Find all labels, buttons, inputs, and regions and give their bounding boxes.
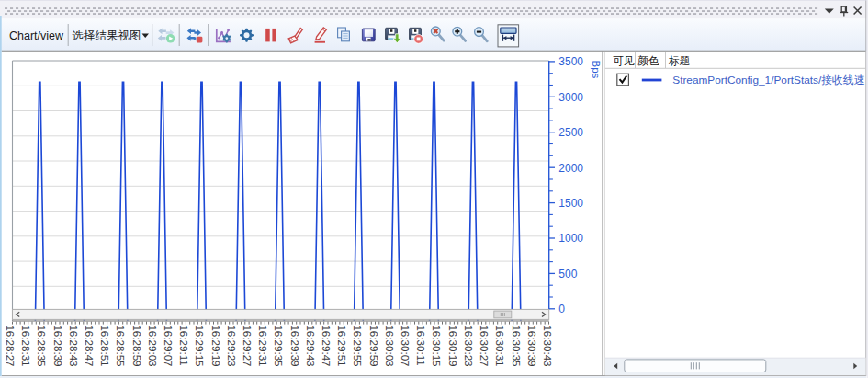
svg-text:颜色: 颜色 xyxy=(637,54,659,67)
svg-text:16:29:11: 16:29:11 xyxy=(178,325,190,365)
svg-text:16:29:39: 16:29:39 xyxy=(289,325,301,366)
svg-text:16:28:55: 16:28:55 xyxy=(115,325,127,366)
svg-text:16:28:47: 16:28:47 xyxy=(84,325,96,366)
svg-text:16:29:23: 16:29:23 xyxy=(226,325,238,366)
svg-text:1500: 1500 xyxy=(558,197,583,210)
svg-text:16:28:31: 16:28:31 xyxy=(20,325,32,366)
svg-text:16:30:27: 16:30:27 xyxy=(479,325,490,366)
svg-text:16:29:19: 16:29:19 xyxy=(210,325,222,366)
svg-text:16:29:59: 16:29:59 xyxy=(368,325,380,366)
svg-text:16:30:03: 16:30:03 xyxy=(384,325,396,366)
svg-text:标题: 标题 xyxy=(669,54,691,67)
svg-text:16:30:11: 16:30:11 xyxy=(415,325,427,365)
svg-text:16:29:27: 16:29:27 xyxy=(242,325,254,366)
svg-text:16:29:15: 16:29:15 xyxy=(194,325,206,366)
svg-text:16:30:31: 16:30:31 xyxy=(494,325,506,366)
svg-text:16:28:51: 16:28:51 xyxy=(99,325,111,366)
svg-text:16:30:43: 16:30:43 xyxy=(542,325,554,366)
svg-text:Bps: Bps xyxy=(591,61,602,79)
svg-text:16:29:51: 16:29:51 xyxy=(336,325,348,366)
svg-text:1000: 1000 xyxy=(558,232,583,245)
svg-text:16:29:47: 16:29:47 xyxy=(321,325,333,366)
svg-text:16:28:39: 16:28:39 xyxy=(52,325,64,366)
svg-text:0: 0 xyxy=(558,303,565,315)
svg-text:500: 500 xyxy=(558,268,577,281)
svg-text:2500: 2500 xyxy=(558,126,583,139)
svg-text:可见: 可见 xyxy=(613,54,635,67)
svg-text:16:29:35: 16:29:35 xyxy=(273,325,285,366)
svg-text:16:29:31: 16:29:31 xyxy=(257,325,269,366)
svg-text:16:29:07: 16:29:07 xyxy=(163,325,175,366)
svg-text:16:29:55: 16:29:55 xyxy=(352,325,364,366)
svg-text:16:30:07: 16:30:07 xyxy=(400,325,411,366)
svg-text:16:30:15: 16:30:15 xyxy=(431,325,443,366)
svg-text:16:30:19: 16:30:19 xyxy=(447,325,459,366)
svg-text:Chart/view: Chart/view xyxy=(9,29,64,42)
svg-text:2000: 2000 xyxy=(558,162,583,175)
svg-text:16:30:35: 16:30:35 xyxy=(511,325,523,366)
svg-text:16:28:27: 16:28:27 xyxy=(5,325,17,366)
svg-text:16:30:39: 16:30:39 xyxy=(526,325,538,366)
svg-text:16:30:23: 16:30:23 xyxy=(463,325,475,366)
svg-text:3500: 3500 xyxy=(558,55,583,68)
svg-text:16:28:35: 16:28:35 xyxy=(36,325,48,366)
svg-text:3000: 3000 xyxy=(558,91,583,104)
svg-text:16:29:43: 16:29:43 xyxy=(305,325,317,366)
svg-text:16:29:03: 16:29:03 xyxy=(147,325,159,366)
svg-text:选择结果视图: 选择结果视图 xyxy=(73,29,141,42)
svg-text:16:28:59: 16:28:59 xyxy=(131,325,143,366)
svg-text:StreamPortConfig_1/PortStats/接: StreamPortConfig_1/PortStats/接收线速 xyxy=(672,74,864,86)
svg-text:16:28:43: 16:28:43 xyxy=(68,325,80,366)
